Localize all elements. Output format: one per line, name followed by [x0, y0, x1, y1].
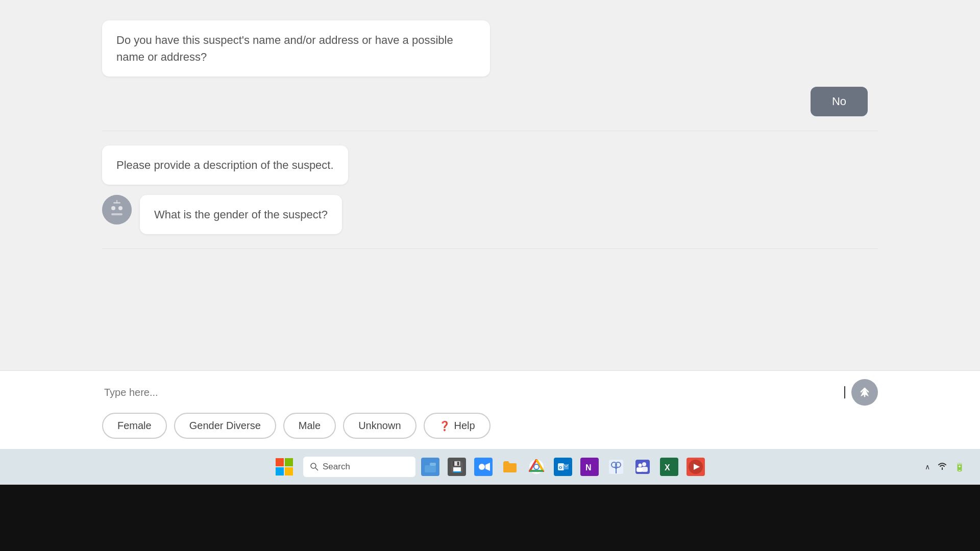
svg-rect-6 [276, 458, 284, 466]
tray-battery-icon[interactable]: 🔋 [954, 462, 965, 472]
app-area: Do you have this suspect's name and/or a… [0, 0, 980, 449]
taskbar-app-teams[interactable] [631, 455, 654, 479]
send-icon [859, 387, 870, 398]
svg-rect-9 [285, 467, 293, 475]
svg-rect-39 [636, 467, 643, 472]
taskbar-app-storage[interactable]: 💾 [445, 455, 469, 479]
system-tray: ∧ 🔋 [925, 449, 965, 485]
folder-svg [502, 460, 518, 473]
chat-container: Do you have this suspect's name and/or a… [0, 0, 980, 370]
teams-svg [635, 460, 650, 474]
svg-rect-7 [285, 458, 293, 466]
svg-point-0 [102, 195, 132, 224]
svg-rect-12 [425, 461, 430, 465]
message-input[interactable] [102, 383, 837, 403]
taskbar-search-label: Search [323, 462, 350, 472]
taskbar-app-outlook[interactable]: O [551, 455, 575, 479]
snip-icon [607, 458, 625, 476]
media-icon [687, 458, 705, 476]
tray-chevron-icon[interactable]: ∧ [925, 463, 930, 471]
onenote-icon: N [580, 458, 599, 476]
quick-reply-gender-diverse[interactable]: Gender Diverse [174, 413, 276, 439]
svg-rect-5 [116, 200, 117, 203]
svg-text:X: X [665, 463, 670, 472]
chrome-svg [529, 459, 544, 474]
taskbar-app-onenote[interactable]: N [578, 455, 601, 479]
svg-line-11 [315, 468, 318, 470]
input-area: Female Gender Diverse Male Unknown ❓ Hel… [0, 370, 980, 449]
taskbar-app-file-explorer[interactable] [419, 455, 442, 479]
svg-text:N: N [585, 463, 592, 472]
svg-text:O: O [559, 465, 562, 470]
svg-rect-8 [276, 467, 284, 475]
taskbar-app-snip[interactable] [604, 455, 628, 479]
teams-icon [633, 458, 652, 476]
chrome-icon [527, 458, 546, 476]
input-row [102, 379, 878, 406]
quick-reply-help[interactable]: ❓ Help [424, 413, 491, 439]
avatar [102, 195, 132, 224]
taskbar-app-chrome[interactable] [525, 455, 548, 479]
zoom-svg [477, 460, 490, 473]
bottom-black-area [0, 485, 980, 551]
svg-point-36 [642, 462, 646, 466]
question-3-bubble: What is the gender of the suspect? [140, 195, 342, 234]
help-circle-icon: ❓ [439, 420, 450, 432]
question-1-text: Do you have this suspect's name and/or a… [116, 34, 453, 63]
media-svg [689, 460, 703, 474]
svg-rect-14 [430, 463, 436, 466]
taskbar-app-zoom[interactable] [472, 455, 495, 479]
quick-reply-unknown[interactable]: Unknown [343, 413, 416, 439]
tray-wifi-icon[interactable] [937, 462, 947, 472]
storage-icon: 💾 [448, 458, 466, 476]
svg-point-16 [479, 464, 485, 470]
divider-2 [102, 248, 878, 249]
snip-svg [609, 460, 623, 474]
svg-point-1 [111, 206, 115, 210]
taskbar-search-icon [310, 463, 318, 471]
quick-reply-female[interactable]: Female [102, 413, 167, 439]
windows-logo-icon [275, 458, 293, 476]
svg-point-10 [311, 463, 316, 468]
taskbar-app-media[interactable] [684, 455, 707, 479]
folder-icon [501, 458, 519, 476]
answer-no-button[interactable]: No [811, 87, 868, 116]
outlook-icon: O [554, 458, 572, 476]
file-icon-svg [424, 460, 437, 473]
question-2-bubble: Please provide a description of the susp… [102, 145, 348, 185]
taskbar-app-excel[interactable]: X [657, 455, 681, 479]
quick-reply-male[interactable]: Male [283, 413, 336, 439]
text-cursor [844, 386, 845, 398]
question-3-row: What is the gender of the suspect? [102, 195, 878, 234]
svg-point-21 [534, 465, 538, 469]
question-2-text: Please provide a description of the susp… [116, 159, 334, 171]
question-3-text: What is the gender of the suspect? [154, 208, 328, 221]
svg-point-38 [639, 464, 642, 467]
divider-1 [102, 131, 878, 131]
start-button[interactable] [273, 455, 296, 479]
excel-icon: X [660, 458, 678, 476]
svg-rect-3 [111, 213, 122, 215]
taskbar-search[interactable]: Search [303, 457, 415, 477]
onenote-svg: N [583, 460, 596, 473]
send-button[interactable] [851, 379, 878, 406]
outlook-svg: O [556, 460, 570, 473]
file-explorer-icon [421, 458, 439, 476]
quick-replies: Female Gender Diverse Male Unknown ❓ Hel… [102, 413, 878, 439]
taskbar-app-folder[interactable] [498, 455, 522, 479]
zoom-icon [474, 458, 493, 476]
svg-point-2 [118, 206, 122, 210]
question-1-bubble: Do you have this suspect's name and/or a… [102, 20, 490, 77]
excel-svg: X [663, 460, 676, 473]
svg-rect-13 [425, 465, 436, 472]
taskbar: Search 💾 [0, 449, 980, 485]
avatar-icon [102, 195, 132, 224]
